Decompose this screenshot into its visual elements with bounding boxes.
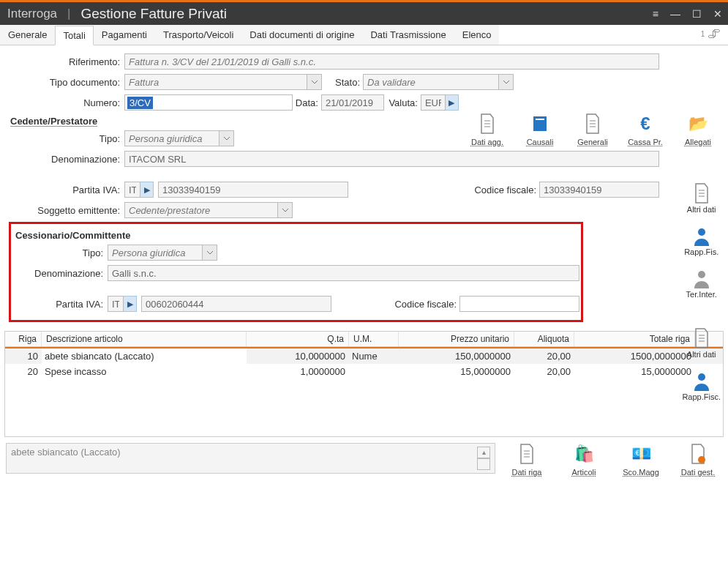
cessionario-piva-country[interactable] xyxy=(108,296,124,312)
sidebar-caption: Altri dati xyxy=(687,350,716,359)
col-um[interactable]: U.M. xyxy=(349,332,399,346)
numero-label: Numero: xyxy=(7,97,124,108)
person-icon xyxy=(693,269,710,288)
valuta-label: Valuta: xyxy=(384,97,421,108)
cessionario-tipo-input[interactable] xyxy=(108,245,203,261)
cell-aliq: 20,00 xyxy=(514,348,574,364)
cedente-cf-input[interactable] xyxy=(539,182,659,198)
tipo-doc-input[interactable] xyxy=(124,74,307,90)
footer: abete sbiancato (Laccato) ▴ ▾ Dati riga … xyxy=(0,439,728,481)
col-aliq[interactable]: Aliquota xyxy=(514,332,574,346)
cessionario-cf-label: Codice fiscale: xyxy=(392,299,459,310)
numero-value: 3/CV xyxy=(127,97,153,109)
toolbar-causali[interactable]: Causali xyxy=(522,113,558,146)
cedente-tipo-input[interactable] xyxy=(124,130,219,146)
toolbar-caption: Cassa Pr. xyxy=(628,138,663,146)
sidebar-altri-dati-2[interactable]: Altri dati xyxy=(687,328,716,359)
tab-dati-origine[interactable]: Dati documenti di origine xyxy=(241,25,362,45)
cessionario-tipo-label: Tipo: xyxy=(12,247,108,258)
sogg-emittente-input[interactable] xyxy=(124,202,278,218)
cessionario-denom-label: Denominazione: xyxy=(12,268,108,279)
cedente-piva-lookup[interactable]: ▶ xyxy=(140,182,154,198)
cessionario-cf-input[interactable] xyxy=(459,296,579,312)
cedente-denom-label: Denominazione: xyxy=(7,154,124,165)
sidebar-caption: Ter.Inter. xyxy=(686,290,717,299)
preview-up-icon[interactable]: ▴ xyxy=(477,447,490,458)
document-icon xyxy=(693,183,710,204)
attachment-indicator[interactable]: 1 🖇 xyxy=(701,26,721,42)
cedente-piva-country[interactable] xyxy=(124,182,140,198)
grid-body[interactable]: 10 abete sbiancato (Laccato) 10,0000000 … xyxy=(5,348,723,436)
footer-caption: Sco.Magg xyxy=(623,468,659,477)
col-riga[interactable]: Riga xyxy=(5,332,42,346)
tab-pagamenti[interactable]: Pagamenti xyxy=(94,25,155,45)
tipo-doc-dropdown[interactable] xyxy=(307,74,322,90)
tab-dati-trasmissione[interactable]: Dati Trasmissione xyxy=(362,25,454,45)
valuta-input[interactable] xyxy=(421,94,446,111)
menu-icon[interactable]: ≡ xyxy=(653,8,658,20)
preview-box: abete sbiancato (Laccato) ▴ ▾ xyxy=(6,443,495,474)
toolbar-allegati[interactable]: 📂 Allegati xyxy=(680,113,716,146)
cessionario-tipo-dropdown[interactable] xyxy=(203,245,217,261)
cell-um xyxy=(349,364,399,379)
cell-desc: Spese incasso xyxy=(42,364,247,379)
data-input[interactable] xyxy=(321,94,384,111)
cessionario-piva-lookup[interactable]: ▶ xyxy=(124,296,137,312)
stato-label: Stato: xyxy=(334,77,363,88)
svg-point-1 xyxy=(698,271,705,278)
footer-sco-magg[interactable]: 💶 Sco.Magg xyxy=(623,443,659,477)
sidebar-ter-inter[interactable]: Ter.Inter. xyxy=(686,269,717,299)
cell-um: Nume xyxy=(349,348,399,364)
cell-qta: 1,0000000 xyxy=(247,364,349,379)
bag-icon: 🛍️ xyxy=(574,444,594,463)
minimize-icon[interactable]: — xyxy=(670,8,680,20)
document-icon xyxy=(693,328,710,348)
cedente-denom-input[interactable] xyxy=(124,151,659,167)
col-prezzo[interactable]: Prezzo unitario xyxy=(399,332,514,346)
footer-articoli[interactable]: 🛍️ Articoli xyxy=(566,443,602,477)
toolbar-generali[interactable]: Generali xyxy=(574,113,611,146)
tab-elenco[interactable]: Elenco xyxy=(454,25,500,45)
cessionario-piva-input[interactable] xyxy=(141,296,331,312)
cedente-tipo-dropdown[interactable] xyxy=(219,130,234,146)
footer-dati-riga[interactable]: Dati riga xyxy=(509,443,545,477)
cessionario-denom-input[interactable] xyxy=(108,265,579,281)
table-row[interactable]: 10 abete sbiancato (Laccato) 10,0000000 … xyxy=(5,348,723,364)
toolbar-caption: Dati agg. xyxy=(471,138,503,146)
stato-dropdown[interactable] xyxy=(499,74,514,90)
footer-dati-gest[interactable]: Dati gest. xyxy=(680,443,716,477)
toolbar-cassa-pr[interactable]: € Cassa Pr. xyxy=(627,113,664,146)
riferimento-input[interactable] xyxy=(124,53,659,70)
sogg-emittente-dropdown[interactable] xyxy=(278,202,293,218)
tab-trasporto[interactable]: Trasporto/Veicoli xyxy=(155,25,241,45)
tab-totali[interactable]: Totali xyxy=(55,26,93,45)
col-desc[interactable]: Descrizione articolo xyxy=(42,332,247,346)
data-grid: Riga Descrizione articolo Q.ta U.M. Prez… xyxy=(4,331,724,437)
cell-qta: 10,0000000 xyxy=(247,348,349,364)
attachment-count: 1 xyxy=(701,30,705,38)
cell-aliq: 20,00 xyxy=(514,364,574,379)
sidebar-rapp-fisc[interactable]: Rapp.Fisc. xyxy=(682,372,721,401)
grid-header: Riga Descrizione articolo Q.ta U.M. Prez… xyxy=(5,332,723,347)
title-bar: Interroga | Gestione Fatture Privati ≡ —… xyxy=(0,0,728,25)
toolbar-caption: Causali xyxy=(527,138,554,146)
doc-gear-icon xyxy=(689,444,707,464)
preview-down-icon[interactable]: ▾ xyxy=(477,458,490,470)
sidebar-altri-dati-1[interactable]: Altri dati xyxy=(687,183,716,214)
svg-point-3 xyxy=(698,456,705,463)
table-row[interactable]: 20 Spese incasso 1,0000000 15,0000000 20… xyxy=(5,364,723,379)
folder-icon: 📂 xyxy=(688,114,708,133)
col-qta[interactable]: Q.ta xyxy=(247,332,349,346)
sidebar-rapp-fis[interactable]: Rapp.Fis. xyxy=(684,227,718,256)
toolbar-dati-agg[interactable]: Dati agg. xyxy=(469,113,506,146)
document-icon xyxy=(518,444,536,464)
stato-input[interactable] xyxy=(363,74,499,90)
maximize-icon[interactable]: ☐ xyxy=(692,8,702,20)
valuta-lookup[interactable]: ▶ xyxy=(446,94,459,111)
cedente-piva-input[interactable] xyxy=(158,182,348,198)
paperclip-icon: 🖇 xyxy=(708,26,721,41)
col-tot[interactable]: Totale riga xyxy=(574,332,695,346)
tab-generale[interactable]: Generale xyxy=(0,25,55,45)
cedente-tipo-label: Tipo: xyxy=(7,133,124,144)
close-icon[interactable]: ✕ xyxy=(713,8,722,20)
